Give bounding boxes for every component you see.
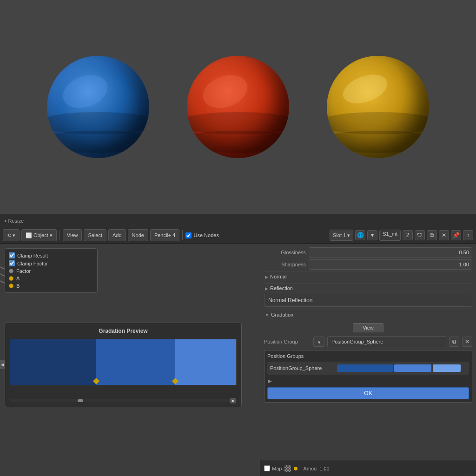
nav-btn[interactable]: ⟲ ▾ bbox=[3, 229, 20, 241]
svg-line-2 bbox=[0, 276, 5, 283]
left-arrow-icon: ◀ bbox=[1, 363, 4, 367]
object-icon: ⬜ bbox=[26, 232, 32, 238]
pos-group-item[interactable]: PositionGroup_Sphere bbox=[267, 362, 469, 375]
glossiness-row: Glossiness 0.50 bbox=[264, 247, 472, 258]
separator-1 bbox=[60, 230, 60, 240]
amount-label: Amou bbox=[303, 466, 317, 471]
reflection-section-label: Reflection bbox=[270, 285, 293, 291]
b-socket bbox=[9, 284, 13, 288]
node-label: Node bbox=[132, 232, 144, 238]
view-button[interactable]: View bbox=[353, 323, 383, 332]
pos-bar-1 bbox=[337, 364, 393, 372]
grad-scroll-end[interactable]: ■ bbox=[230, 398, 236, 403]
expand-arrow-icon[interactable]: ▶ bbox=[268, 378, 272, 383]
properties-area: Glossiness 0.50 Sharpness 1.00 Normal Re… bbox=[260, 244, 476, 460]
pos-group-value: PositionGroup_Sphere bbox=[327, 336, 446, 347]
nav-chevron-icon: ▾ bbox=[13, 232, 15, 238]
reflection-arrow-icon bbox=[265, 285, 268, 291]
position-groups-title: Position Groups bbox=[267, 353, 469, 359]
pencilplus-btn[interactable]: Pencil+ 4 bbox=[150, 229, 180, 241]
add-label: Add bbox=[112, 232, 122, 238]
node-editor: ◀ Clamp Result Clamp Fact bbox=[0, 244, 260, 476]
a-socket-row: A bbox=[9, 276, 93, 281]
ok-button[interactable]: OK bbox=[267, 387, 469, 399]
clamp-factor-label: Clamp Factor bbox=[17, 261, 48, 266]
normal-section-header[interactable]: Normal bbox=[264, 271, 472, 281]
add-btn[interactable]: Add bbox=[108, 229, 126, 241]
glossiness-label: Glossiness bbox=[264, 250, 306, 255]
chevron-btn[interactable]: ▾ bbox=[367, 230, 377, 240]
pos-group-chevron-icon: ∨ bbox=[317, 339, 321, 344]
globe-icon: 🌐 bbox=[357, 232, 364, 238]
use-nodes-checkbox[interactable] bbox=[185, 232, 192, 238]
clamp-result-checkbox[interactable] bbox=[9, 252, 15, 258]
node-box: Clamp Result Clamp Factor Factor A bbox=[5, 248, 98, 293]
copy-btn[interactable]: ⧉ bbox=[427, 230, 437, 240]
svg-line-1 bbox=[0, 269, 5, 276]
b-label: B bbox=[16, 283, 20, 289]
gradation-section-label: Gradation bbox=[271, 312, 293, 317]
mat-count-badge: 2 bbox=[403, 230, 413, 240]
select-btn[interactable]: Select bbox=[84, 229, 106, 241]
sphere-stripe-2 bbox=[47, 131, 149, 153]
sharpness-label: Sharpness bbox=[264, 262, 306, 267]
glossiness-value[interactable]: 0.50 bbox=[309, 247, 472, 258]
dot-yellow-icon bbox=[294, 467, 298, 470]
right-panel: Glossiness 0.50 Sharpness 1.00 Normal Re… bbox=[260, 244, 476, 476]
sphere-stripe-4 bbox=[187, 131, 289, 153]
pos-group-close-btn[interactable]: ✕ bbox=[462, 337, 472, 347]
position-group-row: Position Group ∨ PositionGroup_Sphere ⧉ … bbox=[264, 336, 472, 347]
grad-bar-mid bbox=[96, 339, 175, 385]
sphere-yellow bbox=[327, 56, 429, 158]
dots-icon: ⋯ bbox=[274, 379, 468, 383]
globe-btn[interactable]: 🌐 bbox=[355, 230, 365, 240]
material-name-field[interactable]: S1_mt bbox=[379, 230, 401, 241]
pos-group-bars bbox=[337, 364, 466, 372]
gradation-preview-title: Gradation Preview bbox=[10, 328, 237, 334]
object-mode-btn[interactable]: ⬜ Object ▾ bbox=[21, 229, 57, 241]
panel-footer: ▶ ⋯ bbox=[267, 377, 469, 385]
reflection-section-header[interactable]: Reflection bbox=[264, 283, 472, 293]
clamp-factor-checkbox[interactable] bbox=[9, 260, 15, 266]
map-checkbox[interactable]: Map bbox=[264, 465, 282, 471]
left-edge-btn[interactable]: ◀ bbox=[0, 360, 5, 369]
view-btn[interactable]: View bbox=[63, 229, 82, 241]
sphere-stripe-6 bbox=[327, 131, 429, 153]
svg-line-0 bbox=[0, 262, 5, 269]
use-nodes-label: Use Nodes bbox=[193, 232, 218, 238]
b-socket-row: B bbox=[9, 283, 93, 289]
pos-bar-3 bbox=[433, 364, 461, 372]
use-nodes-container[interactable]: Use Nodes bbox=[185, 232, 218, 238]
pos-group-copy-btn[interactable]: ⧉ bbox=[449, 337, 459, 347]
clamp-result-row: Clamp Result bbox=[9, 252, 93, 258]
pencilplus-label: Pencil+ 4 bbox=[154, 232, 176, 238]
bottom-ui: > Resize ⟲ ▾ ⬜ Object ▾ View Select Add … bbox=[0, 214, 476, 476]
grad-bar-dark bbox=[10, 339, 96, 385]
gradation-section-header[interactable]: Gradation bbox=[264, 310, 472, 319]
arrow-up-btn[interactable]: ↑ bbox=[463, 230, 473, 240]
tab-node[interactable]: Node bbox=[466, 474, 476, 476]
a-socket bbox=[9, 276, 13, 281]
gradation-canvas[interactable] bbox=[10, 339, 237, 385]
pos-group-item-name: PositionGroup_Sphere bbox=[270, 365, 335, 371]
grad-scrollbar[interactable]: ■ bbox=[10, 399, 237, 402]
separator-2 bbox=[182, 230, 183, 240]
node-btn[interactable]: Node bbox=[128, 229, 148, 241]
pin-btn[interactable]: 📌 bbox=[451, 230, 461, 240]
resize-label: > Resize bbox=[4, 218, 24, 224]
scroll-end-icon: ■ bbox=[232, 399, 234, 403]
resize-bar[interactable]: > Resize bbox=[0, 214, 476, 227]
grad-bar-light bbox=[175, 339, 236, 385]
map-checkbox-input[interactable] bbox=[264, 465, 270, 471]
clamp-result-label: Clamp Result bbox=[17, 253, 48, 258]
slot-dropdown[interactable]: Slot 1 ▾ bbox=[330, 230, 353, 241]
pos-group-dropdown-btn[interactable]: ∨ bbox=[313, 337, 324, 347]
close-btn[interactable]: ✕ bbox=[439, 230, 449, 240]
separator-3 bbox=[222, 230, 222, 240]
sharpness-value[interactable]: 1.00 bbox=[309, 259, 472, 270]
viewport bbox=[0, 0, 476, 214]
gradation-arrow-icon bbox=[265, 312, 269, 317]
nav-icon: ⟲ bbox=[7, 232, 11, 238]
gradation-preview: Gradation Preview bbox=[5, 323, 242, 407]
normal-reflection-label: Normal Reflection bbox=[268, 297, 312, 304]
